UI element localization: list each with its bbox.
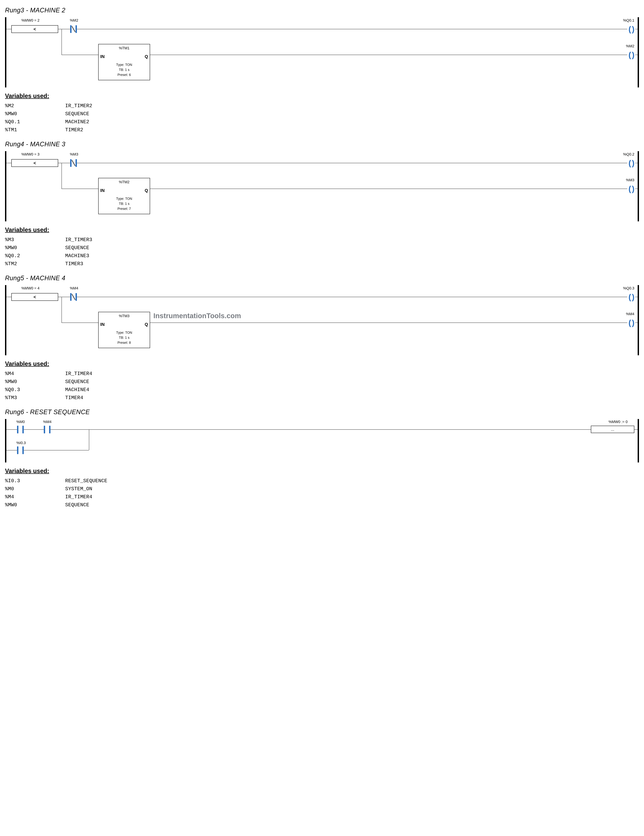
no-contact-label: %I0.3 (16, 441, 26, 445)
compare-block: < (11, 159, 58, 167)
timer-prop: Type: TON (99, 196, 150, 201)
no-contact (17, 446, 24, 454)
output-coil: ( ) (627, 51, 635, 59)
vars-row: %MW0SEQUENCE (5, 244, 639, 252)
var-key: %TM2 (5, 260, 65, 268)
timer-name: %TM3 (99, 314, 150, 318)
var-value: IR_TIMER3 (65, 236, 639, 244)
ladder-rung: %M0%M4%I0.3%MW0 := 0... (5, 419, 639, 462)
var-value: SEQUENCE (65, 244, 639, 252)
coil2-label: %M4 (626, 312, 634, 316)
timer-port-q: Q (145, 54, 148, 59)
rung-section: Rung5 - MACHINE 4%MW0 = 4%M4%Q0.3%M4<( )… (5, 274, 639, 402)
operate-block: ... (591, 426, 634, 433)
vars-row: %MW0SEQUENCE (5, 378, 639, 386)
var-key: %M3 (5, 236, 65, 244)
watermark: InstrumentationTools.com (153, 312, 241, 320)
timer-prop: Preset: 7 (99, 206, 150, 211)
vars-row: %TM3TIMER4 (5, 394, 639, 402)
timer-prop: Type: TON (99, 330, 150, 335)
ladder-rung: %MW0 = 2%M2%Q0.1%M2<( )( )%TM1INQType: T… (5, 17, 639, 87)
compare-block: < (11, 293, 58, 301)
var-value: TIMER4 (65, 394, 639, 402)
var-key: %Q0.1 (5, 118, 65, 126)
no-contact (44, 426, 51, 433)
vars-row: %TM2TIMER3 (5, 260, 639, 268)
var-value: RESET_SEQUENCE (65, 477, 639, 485)
var-key: %M2 (5, 102, 65, 110)
var-value: IR_TIMER2 (65, 102, 639, 110)
vars-row: %M3IR_TIMER3 (5, 236, 639, 244)
output-coil: ( ) (627, 25, 635, 33)
var-value: SEQUENCE (65, 501, 639, 509)
vars-heading: Variables used: (5, 467, 639, 475)
coil1-label: %Q0.2 (623, 152, 634, 157)
var-key: %MW0 (5, 110, 65, 118)
timer-port-in: IN (100, 322, 104, 327)
timer-name: %TM2 (99, 180, 150, 184)
ladder-rung: %MW0 = 4%M4%Q0.3%M4<( )( )%TM3INQType: T… (5, 285, 639, 355)
vars-row: %Q0.2MACHINE3 (5, 252, 639, 260)
rung-title: Rung3 - MACHINE 2 (5, 7, 639, 14)
var-value: SEQUENCE (65, 110, 639, 118)
var-value: IR_TIMER4 (65, 493, 639, 501)
vars-row: %M0SYSTEM_ON (5, 485, 639, 493)
var-key: %TM1 (5, 126, 65, 134)
nc-contact-label: %M4 (70, 286, 78, 291)
var-value: TIMER2 (65, 126, 639, 134)
coil2-label: %M3 (626, 178, 634, 182)
vars-row: %TM1TIMER2 (5, 126, 639, 134)
var-key: %MW0 (5, 501, 65, 509)
var-key: %I0.3 (5, 477, 65, 485)
compare-block: < (11, 25, 58, 33)
var-key: %MW0 (5, 378, 65, 386)
output-coil: ( ) (627, 159, 635, 167)
rung-section: Rung4 - MACHINE 3%MW0 = 3%M3%Q0.2%M3<( )… (5, 140, 639, 268)
timer-port-in: IN (100, 188, 104, 193)
no-contact-label: %M0 (16, 420, 25, 424)
timer-prop: TB: 1 s (99, 201, 150, 206)
var-value: SEQUENCE (65, 378, 639, 386)
nc-contact (70, 25, 77, 33)
rung-section: Rung3 - MACHINE 2%MW0 = 2%M2%Q0.1%M2<( )… (5, 7, 639, 134)
timer-port-q: Q (145, 188, 148, 193)
rung-title: Rung5 - MACHINE 4 (5, 274, 639, 282)
vars-heading: Variables used: (5, 226, 639, 233)
vars-heading: Variables used: (5, 93, 639, 100)
timer-block: %TM3INQType: TONTB: 1 sPreset: 8 (98, 312, 150, 348)
nc-contact-label: %M3 (70, 152, 78, 157)
operate-label: %MW0 := 0 (608, 420, 628, 424)
nc-contact-label: %M2 (70, 18, 78, 23)
no-contact-label: %M4 (43, 420, 52, 424)
var-value: SYSTEM_ON (65, 485, 639, 493)
vars-row: %Q0.3MACHINE4 (5, 386, 639, 394)
var-value: MACHINE4 (65, 386, 639, 394)
rung-title: Rung4 - MACHINE 3 (5, 140, 639, 148)
var-key: %M0 (5, 485, 65, 493)
vars-row: %I0.3RESET_SEQUENCE (5, 477, 639, 485)
coil1-label: %Q0.3 (623, 286, 634, 291)
coil2-label: %M2 (626, 44, 634, 48)
var-key: %MW0 (5, 244, 65, 252)
rung-title: Rung6 - RESET SEQUENCE (5, 408, 639, 416)
timer-block: %TM1INQType: TONTB: 1 sPreset: 6 (98, 44, 150, 80)
timer-prop: Preset: 6 (99, 72, 150, 77)
vars-heading: Variables used: (5, 360, 639, 367)
vars-row: %MW0SEQUENCE (5, 110, 639, 118)
var-value: TIMER3 (65, 260, 639, 268)
var-key: %Q0.3 (5, 386, 65, 394)
timer-port-in: IN (100, 54, 104, 59)
nc-contact (70, 159, 77, 167)
compare-label: %MW0 = 4 (21, 286, 39, 291)
timer-prop: TB: 1 s (99, 335, 150, 340)
output-coil: ( ) (627, 185, 635, 193)
timer-prop: TB: 1 s (99, 67, 150, 72)
var-value: MACHINE3 (65, 252, 639, 260)
var-key: %M4 (5, 370, 65, 378)
var-value: IR_TIMER4 (65, 370, 639, 378)
var-key: %Q0.2 (5, 252, 65, 260)
timer-port-q: Q (145, 322, 148, 327)
rung-section: Rung6 - RESET SEQUENCE%M0%M4%I0.3%MW0 :=… (5, 408, 639, 509)
output-coil: ( ) (627, 319, 635, 327)
var-key: %TM3 (5, 394, 65, 402)
